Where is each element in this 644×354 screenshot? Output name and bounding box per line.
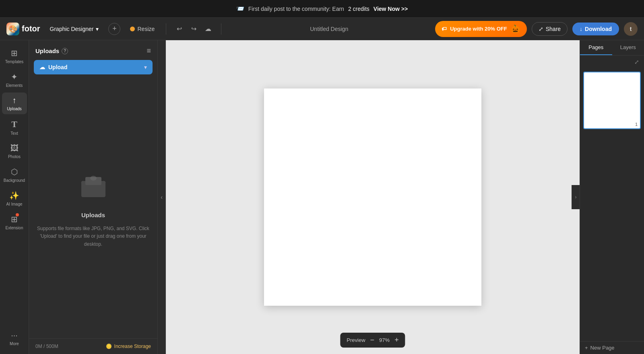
right-panel-collapse-area: ⤢	[580, 56, 644, 68]
panel-empty-state: Uploads Supports file formats like JPG, …	[29, 81, 157, 338]
tab-layers[interactable]: Layers	[612, 40, 644, 55]
panel-title-text: Uploads	[35, 47, 59, 54]
canvas-bottom-toolbar: Preview − 97% +	[340, 333, 405, 348]
uploads-panel: Uploads ? ≡ ☁ Upload ▾ Uploa	[29, 40, 158, 354]
resize-dot	[130, 27, 135, 31]
page-number-1: 1	[635, 122, 638, 127]
extension-icon: ⊞	[11, 214, 18, 224]
pages-layers-tabs: Pages Layers	[580, 40, 644, 56]
pages-list: 1	[580, 68, 644, 341]
help-icon[interactable]: ?	[62, 48, 68, 54]
panel-collapse-button[interactable]: ‹	[158, 40, 166, 354]
right-expand-button[interactable]: ›	[572, 185, 580, 209]
divider-2	[221, 23, 221, 35]
download-icon: ↓	[580, 26, 582, 32]
sidebar-item-label: Background	[4, 178, 25, 183]
plus-icon: +	[585, 345, 588, 351]
add-button[interactable]: +	[108, 23, 120, 35]
project-name: Graphic Designer	[50, 26, 94, 32]
zoom-out-button[interactable]: −	[370, 336, 375, 344]
sidebar-item-text[interactable]: T Text	[2, 116, 27, 139]
sidebar-item-label: More	[10, 342, 19, 346]
sidebar-item-label: Templates	[5, 60, 24, 64]
new-page-button[interactable]: + New Page	[580, 341, 644, 354]
upload-button[interactable]: ☁ Upload ▾	[34, 60, 153, 74]
canvas-page[interactable]	[264, 88, 481, 306]
cloud-save-button[interactable]: ☁	[202, 23, 215, 35]
svg-point-2	[90, 176, 97, 181]
collapse-panel-icon[interactable]: ⤢	[633, 58, 641, 66]
chevron-right-icon: ›	[575, 194, 577, 200]
sidebar-item-extension[interactable]: ⊞ Extension	[2, 211, 27, 233]
elements-icon: ✦	[11, 72, 18, 82]
left-sidebar: ⊞ Templates ✦ Elements ↑ Uploads T Text …	[0, 40, 29, 354]
sidebar-item-label: AI Image	[6, 202, 22, 206]
storage-text: 0M / 500M	[35, 344, 58, 349]
logo-icon: 🎨	[6, 23, 19, 35]
tab-pages[interactable]: Pages	[580, 40, 612, 55]
top-banner: 📨 First daily post to the community: Ear…	[0, 0, 644, 18]
sidebar-item-background[interactable]: ⬡ Background	[2, 164, 27, 186]
resize-button[interactable]: Resize	[125, 23, 159, 35]
photos-icon: 🖼	[10, 144, 19, 153]
download-label: Download	[585, 26, 612, 32]
right-panel: Pages Layers ⤢ 1 + New Page	[580, 40, 644, 354]
logo[interactable]: 🎨 fotor	[6, 23, 40, 35]
view-now-link[interactable]: View Now >>	[374, 6, 408, 12]
uploads-icon: ↑	[12, 96, 17, 105]
panel-header: Uploads ? ≡	[29, 40, 157, 60]
resize-label: Resize	[137, 26, 155, 32]
share-label: Share	[546, 26, 561, 32]
sidebar-item-ai-image[interactable]: ✨ AI Image	[2, 187, 27, 210]
page-thumbnail-1[interactable]: 1	[583, 72, 641, 129]
divider-1	[166, 23, 166, 35]
share-icon: ⤢	[539, 26, 543, 32]
project-selector[interactable]: Graphic Designer ▾	[45, 23, 104, 35]
sidebar-item-label: Uploads	[7, 107, 22, 111]
upgrade-button[interactable]: 🏷 Upgrade with 20% OFF 🎃	[435, 21, 527, 37]
download-button[interactable]: ↓ Download	[572, 23, 619, 35]
banner-icon: 📨	[236, 5, 244, 12]
zoom-in-button[interactable]: +	[394, 336, 399, 344]
chevron-left-icon: ‹	[161, 194, 163, 200]
share-button[interactable]: ⤢ Share	[532, 22, 568, 36]
increase-storage-button[interactable]: 🪙 Increase Storage	[106, 344, 151, 349]
sidebar-item-label: Extension	[6, 226, 23, 230]
sidebar-item-elements[interactable]: ✦ Elements	[2, 69, 27, 91]
sidebar-item-label: Elements	[6, 83, 23, 88]
banner-text: First daily post to the community: Earn	[248, 6, 344, 12]
main-content: ⊞ Templates ✦ Elements ↑ Uploads T Text …	[0, 40, 644, 354]
panel-footer: 0M / 500M 🪙 Increase Storage	[29, 338, 157, 354]
more-icon: ···	[11, 331, 18, 340]
upgrade-label: Upgrade with 20% OFF	[450, 26, 507, 32]
ai-image-icon: ✨	[9, 191, 19, 200]
pumpkin-icon: 🎃	[510, 24, 520, 34]
canvas-area: Preview − 97% + ›	[166, 40, 580, 354]
design-title[interactable]: Untitled Design	[228, 26, 430, 32]
avatar[interactable]: t	[624, 22, 638, 36]
increase-storage-label: Increase Storage	[114, 344, 151, 349]
redo-button[interactable]: ↪	[187, 23, 200, 35]
logo-text: fotor	[22, 24, 40, 33]
sidebar-item-templates[interactable]: ⊞ Templates	[2, 45, 27, 67]
upload-empty-desc: Supports file formats like JPG, PNG, and…	[37, 225, 149, 248]
upload-illustration	[77, 171, 109, 205]
sidebar-item-uploads[interactable]: ↑ Uploads	[2, 93, 27, 114]
zoom-level: 97%	[379, 337, 390, 343]
header-toolbar: 🎨 fotor Graphic Designer ▾ + Resize ↩ ↪ …	[0, 18, 644, 40]
chevron-down-icon: ▾	[96, 26, 99, 32]
text-icon: T	[11, 119, 17, 130]
upload-empty-title: Uploads	[81, 212, 105, 218]
sidebar-item-label: Text	[10, 131, 18, 136]
coin-icon: 🪙	[106, 344, 112, 349]
panel-title: Uploads ?	[35, 47, 68, 54]
sidebar-item-photos[interactable]: 🖼 Photos	[2, 140, 27, 162]
preview-label: Preview	[347, 337, 365, 343]
undo-redo-group: ↩ ↪ ☁	[173, 23, 215, 35]
sidebar-item-label: Photos	[8, 154, 21, 159]
undo-button[interactable]: ↩	[173, 23, 186, 35]
panel-menu-button[interactable]: ≡	[147, 47, 151, 55]
upgrade-icon: 🏷	[442, 26, 447, 32]
upload-text: Upload	[48, 64, 67, 70]
sidebar-item-more[interactable]: ··· More	[2, 327, 27, 349]
